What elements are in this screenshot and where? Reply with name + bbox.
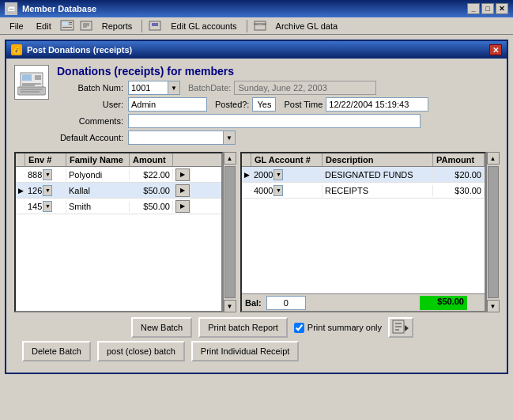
table-row[interactable]: 888 ▼ Polyondi $22.00 ▶: [16, 167, 221, 183]
balance-row: Bal: $50.00: [242, 293, 485, 311]
svg-rect-27: [395, 326, 402, 327]
th-indicator: [16, 153, 25, 166]
close-button[interactable]: ✕: [496, 3, 508, 14]
comments-row: Comments:: [57, 114, 499, 128]
dialog-post-donations: 💰 Post Donations (receipts) ✕: [5, 40, 508, 374]
amount-cell: $50.00: [130, 201, 173, 212]
print-individual-button[interactable]: Print Individual Receipt: [191, 341, 300, 361]
batch-num-dropdown[interactable]: ▼: [168, 81, 180, 95]
batch-num-row: Batch Num: ▼ BatchDate:: [57, 81, 499, 95]
scroll-up-r[interactable]: ▲: [487, 152, 500, 165]
scroll-down[interactable]: ▼: [224, 300, 236, 312]
table-row[interactable]: 4000 ▼ RECEIPTS $30.00: [242, 183, 485, 199]
donations-icon: [14, 65, 49, 100]
default-account-input[interactable]: [128, 131, 223, 145]
app-title-bar: 🗃 Member Database _ □ ✕: [0, 0, 513, 17]
row-nav-btn[interactable]: ▶: [175, 200, 190, 213]
pamount-cell: $20.00: [433, 169, 485, 180]
btn-row-1: New Batch Print batch Report Print summa…: [22, 317, 491, 338]
svg-rect-16: [22, 74, 32, 81]
row-indicator: [242, 190, 251, 191]
dialog-icon: 💰: [11, 44, 22, 55]
dialog-title-bar: 💰 Post Donations (receipts) ✕: [6, 41, 507, 59]
scroll-thumb-r[interactable]: [488, 166, 499, 298]
menu-edit-gl[interactable]: Edit GL accounts: [164, 20, 243, 32]
toolbar-icon-1[interactable]: [59, 19, 75, 33]
app-icon: 🗃: [5, 2, 17, 15]
left-scrollbar[interactable]: ▲ ▼: [223, 152, 236, 312]
posted-input[interactable]: [252, 97, 276, 112]
gl-cell: 4000 ▼: [251, 184, 323, 197]
user-label: User:: [57, 100, 128, 109]
left-table: Env # Family Name Amount 888 ▼: [14, 152, 223, 312]
print-summary-checkbox[interactable]: [294, 323, 304, 333]
default-account-row: Default Account: ▼: [57, 131, 499, 145]
menu-file[interactable]: File: [3, 20, 30, 32]
th-pamount: PAmount: [433, 153, 485, 166]
env-dropdown[interactable]: ▼: [43, 169, 52, 180]
default-account-combo: ▼: [128, 131, 236, 145]
right-table-header: GL Account # Description PAmount: [242, 153, 485, 167]
scroll-thumb[interactable]: [224, 166, 236, 298]
table-row[interactable]: ▶ 2000 ▼ DESIGNATED FUNDS $20.00: [242, 167, 485, 183]
nav-cell[interactable]: ▶: [173, 184, 190, 198]
dialog-close-button[interactable]: ✕: [489, 44, 502, 55]
row-indicator: ▶: [16, 186, 25, 195]
menu-edit[interactable]: Edit: [30, 20, 58, 32]
th-family: Family Name: [66, 153, 130, 166]
bal-input[interactable]: [266, 296, 306, 310]
posted-label: Posted?:: [215, 100, 249, 109]
menu-separator: [141, 20, 142, 32]
btn-row-2: Delete Batch post (close) batch Print In…: [22, 341, 491, 361]
default-account-dropdown[interactable]: ▼: [223, 131, 236, 145]
table-row[interactable]: 145 ▼ Smith $50.00 ▶: [16, 199, 221, 214]
menu-archive[interactable]: Archive GL data: [270, 20, 344, 32]
app-title: Member Database: [22, 4, 96, 13]
th-env: Env #: [25, 153, 66, 166]
print-summary-checkbox-area: Print summary only: [294, 323, 382, 333]
table-row[interactable]: ▶ 126 ▼ Kallal $50.00 ▶: [16, 183, 221, 199]
menu-reports[interactable]: Reports: [96, 20, 139, 32]
dialog-content: Donations (receipts) for members Batch N…: [6, 59, 507, 373]
delete-batch-button[interactable]: Delete Batch: [22, 341, 91, 361]
print-batch-report-button[interactable]: Print batch Report: [198, 317, 288, 338]
new-batch-button[interactable]: New Batch: [131, 317, 192, 338]
small-icon-button[interactable]: [388, 317, 413, 338]
nav-cell[interactable]: ▶: [173, 199, 190, 214]
row-nav-btn[interactable]: ▶: [175, 184, 190, 197]
right-table-container: GL Account # Description PAmount ▶ 2000 …: [240, 152, 499, 312]
th-gl: GL Account #: [251, 153, 323, 166]
nav-cell[interactable]: ▶: [173, 168, 190, 182]
env-dropdown[interactable]: ▼: [43, 185, 52, 196]
right-scrollbar[interactable]: ▲ ▼: [486, 152, 499, 312]
header-section: Donations (receipts) for members Batch N…: [14, 65, 499, 147]
right-table: GL Account # Description PAmount ▶ 2000 …: [240, 152, 486, 312]
family-cell: Polyondi: [66, 169, 130, 180]
toolbar-icon-2[interactable]: [78, 19, 94, 33]
comments-input[interactable]: [128, 114, 421, 128]
post-time-input[interactable]: [326, 97, 428, 112]
gl-dropdown[interactable]: ▼: [273, 169, 283, 180]
maximize-button[interactable]: □: [481, 3, 494, 14]
svg-rect-26: [395, 323, 402, 324]
dialog-heading: Donations (receipts) for members: [57, 65, 499, 78]
pamount-cell: $30.00: [433, 185, 485, 196]
gl-dropdown[interactable]: ▼: [273, 185, 283, 196]
scroll-up[interactable]: ▲: [224, 152, 236, 165]
left-table-container: Env # Family Name Amount 888 ▼: [14, 152, 236, 312]
left-table-header: Env # Family Name Amount: [16, 153, 221, 167]
env-dropdown[interactable]: ▼: [43, 201, 52, 212]
batch-num-input[interactable]: [128, 81, 168, 95]
scroll-down-r[interactable]: ▼: [487, 300, 500, 312]
th-desc: Description: [323, 153, 433, 166]
default-account-label: Default Account:: [57, 133, 128, 142]
user-input[interactable]: [128, 97, 207, 112]
minimize-button[interactable]: _: [467, 3, 480, 14]
svg-rect-22: [17, 87, 46, 95]
right-table-empty: [242, 199, 485, 293]
post-close-batch-button[interactable]: post (close) batch: [97, 341, 185, 361]
row-nav-btn[interactable]: ▶: [175, 168, 190, 181]
env-cell: 888 ▼: [25, 168, 66, 181]
svg-rect-1: [62, 22, 67, 25]
gl-cell: 2000 ▼: [251, 168, 323, 181]
